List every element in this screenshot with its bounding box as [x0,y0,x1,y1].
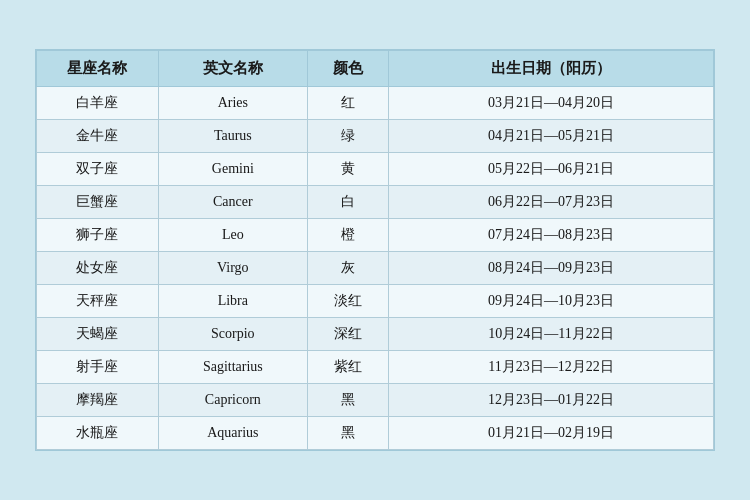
cell-chinese: 天蝎座 [37,318,159,351]
table-row: 狮子座Leo橙07月24日—08月23日 [37,219,714,252]
header-date: 出生日期（阳历） [389,51,714,87]
cell-color: 黄 [307,153,388,186]
cell-english: Gemini [158,153,307,186]
cell-english: Leo [158,219,307,252]
cell-color: 白 [307,186,388,219]
table-row: 双子座Gemini黄05月22日—06月21日 [37,153,714,186]
cell-color: 黑 [307,417,388,450]
header-color: 颜色 [307,51,388,87]
table-row: 巨蟹座Cancer白06月22日—07月23日 [37,186,714,219]
cell-chinese: 水瓶座 [37,417,159,450]
table-header-row: 星座名称 英文名称 颜色 出生日期（阳历） [37,51,714,87]
cell-date: 04月21日—05月21日 [389,120,714,153]
cell-date: 10月24日—11月22日 [389,318,714,351]
cell-chinese: 摩羯座 [37,384,159,417]
cell-english: Sagittarius [158,351,307,384]
cell-date: 06月22日—07月23日 [389,186,714,219]
table-row: 射手座Sagittarius紫红11月23日—12月22日 [37,351,714,384]
cell-date: 08月24日—09月23日 [389,252,714,285]
header-english: 英文名称 [158,51,307,87]
zodiac-table-container: 星座名称 英文名称 颜色 出生日期（阳历） 白羊座Aries红03月21日—04… [35,49,715,451]
cell-chinese: 射手座 [37,351,159,384]
cell-chinese: 白羊座 [37,87,159,120]
cell-date: 12月23日—01月22日 [389,384,714,417]
cell-date: 09月24日—10月23日 [389,285,714,318]
cell-english: Taurus [158,120,307,153]
cell-chinese: 天秤座 [37,285,159,318]
table-row: 金牛座Taurus绿04月21日—05月21日 [37,120,714,153]
cell-color: 橙 [307,219,388,252]
table-row: 天蝎座Scorpio深红10月24日—11月22日 [37,318,714,351]
cell-color: 黑 [307,384,388,417]
table-row: 摩羯座Capricorn黑12月23日—01月22日 [37,384,714,417]
cell-date: 07月24日—08月23日 [389,219,714,252]
cell-date: 01月21日—02月19日 [389,417,714,450]
cell-chinese: 处女座 [37,252,159,285]
cell-english: Libra [158,285,307,318]
cell-english: Aries [158,87,307,120]
cell-color: 紫红 [307,351,388,384]
cell-chinese: 金牛座 [37,120,159,153]
table-row: 处女座Virgo灰08月24日—09月23日 [37,252,714,285]
cell-color: 灰 [307,252,388,285]
cell-date: 05月22日—06月21日 [389,153,714,186]
table-row: 白羊座Aries红03月21日—04月20日 [37,87,714,120]
header-chinese: 星座名称 [37,51,159,87]
table-body: 白羊座Aries红03月21日—04月20日金牛座Taurus绿04月21日—0… [37,87,714,450]
cell-color: 红 [307,87,388,120]
cell-english: Cancer [158,186,307,219]
cell-chinese: 巨蟹座 [37,186,159,219]
table-row: 水瓶座Aquarius黑01月21日—02月19日 [37,417,714,450]
cell-chinese: 双子座 [37,153,159,186]
cell-english: Virgo [158,252,307,285]
cell-date: 03月21日—04月20日 [389,87,714,120]
cell-color: 淡红 [307,285,388,318]
cell-date: 11月23日—12月22日 [389,351,714,384]
cell-english: Capricorn [158,384,307,417]
zodiac-table: 星座名称 英文名称 颜色 出生日期（阳历） 白羊座Aries红03月21日—04… [36,50,714,450]
cell-color: 绿 [307,120,388,153]
cell-english: Aquarius [158,417,307,450]
table-row: 天秤座Libra淡红09月24日—10月23日 [37,285,714,318]
cell-color: 深红 [307,318,388,351]
cell-english: Scorpio [158,318,307,351]
cell-chinese: 狮子座 [37,219,159,252]
